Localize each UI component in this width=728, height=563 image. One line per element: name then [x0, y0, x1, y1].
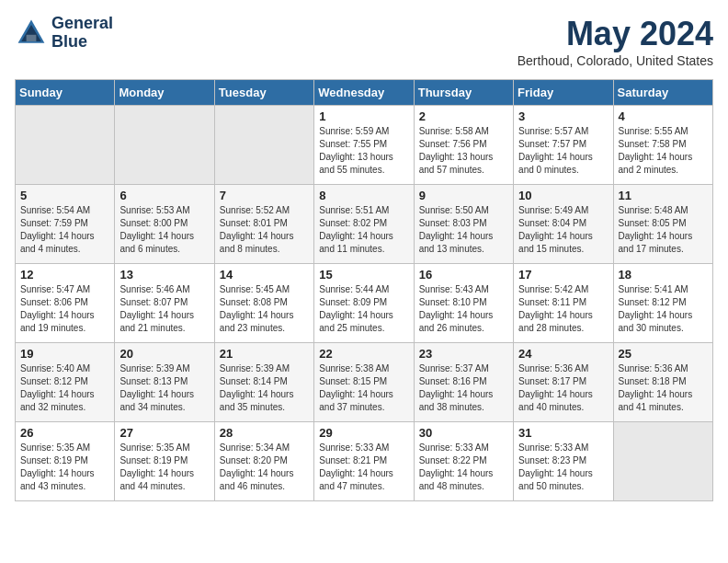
logo-text: General Blue: [51, 15, 113, 52]
day-number: 30: [419, 426, 508, 440]
cell-sun-info: Sunrise: 5:40 AMSunset: 8:12 PMDaylight:…: [20, 362, 109, 414]
day-number: 24: [518, 347, 608, 361]
day-number: 2: [419, 109, 508, 123]
title-block: May 2024 Berthoud, Colorado, United Stat…: [518, 15, 713, 68]
logo-icon: [15, 17, 48, 50]
cell-sun-info: Sunrise: 5:54 AMSunset: 7:59 PMDaylight:…: [20, 204, 109, 256]
page-header: General Blue May 2024 Berthoud, Colorado…: [15, 15, 713, 68]
calendar-table: SundayMondayTuesdayWednesdayThursdayFrid…: [15, 79, 713, 501]
cell-sun-info: Sunrise: 5:52 AMSunset: 8:01 PMDaylight:…: [220, 204, 309, 256]
cell-sun-info: Sunrise: 5:44 AMSunset: 8:09 PMDaylight:…: [319, 283, 408, 335]
weekday-header: Saturday: [613, 80, 712, 106]
day-number: 14: [220, 268, 309, 282]
weekday-header: Wednesday: [314, 80, 414, 106]
logo-line2: Blue: [51, 33, 113, 52]
day-number: 9: [419, 189, 508, 202]
calendar-cell: 28Sunrise: 5:34 AMSunset: 8:20 PMDayligh…: [214, 422, 313, 501]
day-number: 20: [119, 347, 209, 361]
logo-line1: General: [51, 15, 113, 33]
day-number: 8: [319, 189, 408, 202]
calendar-cell: 24Sunrise: 5:36 AMSunset: 8:17 PMDayligh…: [514, 343, 613, 422]
calendar-cell: 3Sunrise: 5:57 AMSunset: 7:57 PMDaylight…: [514, 106, 613, 185]
cell-sun-info: Sunrise: 5:43 AMSunset: 8:10 PMDaylight:…: [419, 283, 508, 335]
day-number: 28: [220, 426, 309, 440]
day-number: 15: [319, 268, 408, 282]
calendar-cell: 6Sunrise: 5:53 AMSunset: 8:00 PMDaylight…: [115, 185, 214, 264]
day-number: 17: [518, 268, 608, 282]
day-number: 10: [518, 189, 608, 202]
calendar-cell: 4Sunrise: 5:55 AMSunset: 7:58 PMDaylight…: [613, 106, 712, 185]
cell-sun-info: Sunrise: 5:53 AMSunset: 8:00 PMDaylight:…: [119, 204, 209, 256]
calendar-cell: 23Sunrise: 5:37 AMSunset: 8:16 PMDayligh…: [414, 343, 513, 422]
cell-sun-info: Sunrise: 5:41 AMSunset: 8:12 PMDaylight:…: [619, 283, 708, 335]
day-number: 6: [119, 189, 209, 202]
calendar-cell: 5Sunrise: 5:54 AMSunset: 7:59 PMDaylight…: [16, 185, 115, 264]
calendar-cell: 20Sunrise: 5:39 AMSunset: 8:13 PMDayligh…: [115, 343, 214, 422]
calendar-cell: [16, 106, 115, 185]
calendar-week-row: 12Sunrise: 5:47 AMSunset: 8:06 PMDayligh…: [16, 264, 713, 343]
logo: General Blue: [15, 15, 113, 52]
day-number: 7: [220, 189, 309, 202]
weekday-header-row: SundayMondayTuesdayWednesdayThursdayFrid…: [16, 80, 713, 106]
cell-sun-info: Sunrise: 5:33 AMSunset: 8:23 PMDaylight:…: [518, 442, 608, 493]
calendar-cell: 27Sunrise: 5:35 AMSunset: 8:19 PMDayligh…: [115, 422, 214, 501]
weekday-header: Sunday: [16, 80, 115, 106]
day-number: 11: [619, 189, 708, 202]
day-number: 26: [20, 426, 109, 440]
cell-sun-info: Sunrise: 5:57 AMSunset: 7:57 PMDaylight:…: [518, 125, 608, 177]
day-number: 1: [319, 109, 408, 123]
calendar-week-row: 5Sunrise: 5:54 AMSunset: 7:59 PMDaylight…: [16, 185, 713, 264]
day-number: 13: [119, 268, 209, 282]
day-number: 3: [518, 109, 608, 123]
weekday-header: Monday: [115, 80, 214, 106]
day-number: 19: [20, 347, 109, 361]
cell-sun-info: Sunrise: 5:36 AMSunset: 8:18 PMDaylight:…: [619, 362, 708, 414]
day-number: 21: [220, 347, 309, 361]
cell-sun-info: Sunrise: 5:47 AMSunset: 8:06 PMDaylight:…: [20, 283, 109, 335]
cell-sun-info: Sunrise: 5:39 AMSunset: 8:14 PMDaylight:…: [220, 362, 309, 414]
cell-sun-info: Sunrise: 5:38 AMSunset: 8:15 PMDaylight:…: [319, 362, 408, 414]
day-number: 4: [619, 109, 708, 123]
calendar-week-row: 19Sunrise: 5:40 AMSunset: 8:12 PMDayligh…: [16, 343, 713, 422]
calendar-cell: 22Sunrise: 5:38 AMSunset: 8:15 PMDayligh…: [314, 343, 414, 422]
cell-sun-info: Sunrise: 5:59 AMSunset: 7:55 PMDaylight:…: [319, 125, 408, 177]
weekday-header: Thursday: [414, 80, 513, 106]
calendar-cell: 10Sunrise: 5:49 AMSunset: 8:04 PMDayligh…: [514, 185, 613, 264]
calendar-cell: 15Sunrise: 5:44 AMSunset: 8:09 PMDayligh…: [314, 264, 414, 343]
location: Berthoud, Colorado, United States: [518, 53, 713, 68]
day-number: 12: [20, 268, 109, 282]
calendar-cell: [613, 422, 712, 501]
calendar-week-row: 26Sunrise: 5:35 AMSunset: 8:19 PMDayligh…: [16, 422, 713, 501]
weekday-header: Friday: [514, 80, 613, 106]
weekday-header: Tuesday: [214, 80, 313, 106]
calendar-cell: 2Sunrise: 5:58 AMSunset: 7:56 PMDaylight…: [414, 106, 513, 185]
calendar-cell: 13Sunrise: 5:46 AMSunset: 8:07 PMDayligh…: [115, 264, 214, 343]
day-number: 27: [119, 426, 209, 440]
calendar-cell: 30Sunrise: 5:33 AMSunset: 8:22 PMDayligh…: [414, 422, 513, 501]
calendar-cell: 12Sunrise: 5:47 AMSunset: 8:06 PMDayligh…: [16, 264, 115, 343]
calendar-cell: 11Sunrise: 5:48 AMSunset: 8:05 PMDayligh…: [613, 185, 712, 264]
calendar-cell: [214, 106, 313, 185]
month-title: May 2024: [518, 15, 713, 53]
cell-sun-info: Sunrise: 5:39 AMSunset: 8:13 PMDaylight:…: [119, 362, 209, 414]
calendar-cell: 17Sunrise: 5:42 AMSunset: 8:11 PMDayligh…: [514, 264, 613, 343]
cell-sun-info: Sunrise: 5:46 AMSunset: 8:07 PMDaylight:…: [119, 283, 209, 335]
calendar-week-row: 1Sunrise: 5:59 AMSunset: 7:55 PMDaylight…: [16, 106, 713, 185]
day-number: 16: [419, 268, 508, 282]
calendar-cell: 8Sunrise: 5:51 AMSunset: 8:02 PMDaylight…: [314, 185, 414, 264]
cell-sun-info: Sunrise: 5:33 AMSunset: 8:22 PMDaylight:…: [419, 442, 508, 493]
day-number: 23: [419, 347, 508, 361]
calendar-cell: 19Sunrise: 5:40 AMSunset: 8:12 PMDayligh…: [16, 343, 115, 422]
cell-sun-info: Sunrise: 5:34 AMSunset: 8:20 PMDaylight:…: [220, 442, 309, 493]
calendar-cell: 14Sunrise: 5:45 AMSunset: 8:08 PMDayligh…: [214, 264, 313, 343]
calendar-cell: 31Sunrise: 5:33 AMSunset: 8:23 PMDayligh…: [514, 422, 613, 501]
cell-sun-info: Sunrise: 5:36 AMSunset: 8:17 PMDaylight:…: [518, 362, 608, 414]
day-number: 5: [20, 189, 109, 202]
calendar-cell: 9Sunrise: 5:50 AMSunset: 8:03 PMDaylight…: [414, 185, 513, 264]
cell-sun-info: Sunrise: 5:35 AMSunset: 8:19 PMDaylight:…: [119, 442, 209, 493]
calendar-cell: 7Sunrise: 5:52 AMSunset: 8:01 PMDaylight…: [214, 185, 313, 264]
calendar-cell: 26Sunrise: 5:35 AMSunset: 8:19 PMDayligh…: [16, 422, 115, 501]
cell-sun-info: Sunrise: 5:45 AMSunset: 8:08 PMDaylight:…: [220, 283, 309, 335]
calendar-cell: 18Sunrise: 5:41 AMSunset: 8:12 PMDayligh…: [613, 264, 712, 343]
cell-sun-info: Sunrise: 5:35 AMSunset: 8:19 PMDaylight:…: [20, 442, 109, 493]
